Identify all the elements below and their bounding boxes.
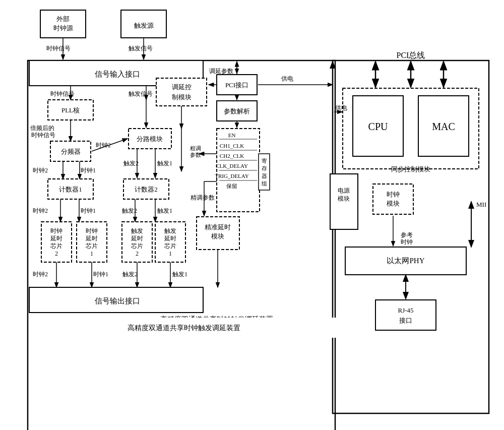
svg-text:计数器1: 计数器1 [59,186,82,193]
svg-text:组: 组 [262,180,267,187]
svg-text:TRIG_DELAY: TRIG_DELAY [215,173,248,179]
svg-text:模块: 模块 [387,200,400,207]
svg-text:时钟2: 时钟2 [96,142,111,149]
svg-text:电源: 电源 [338,187,350,194]
svg-text:信号输出接口: 信号输出接口 [95,297,140,305]
svg-text:供电: 供电 [335,104,347,111]
svg-text:供电: 供电 [281,75,293,82]
svg-text:触发信号: 触发信号 [129,90,153,97]
svg-text:时钟2: 时钟2 [33,207,48,214]
svg-text:触发2: 触发2 [123,160,139,167]
svg-text:粗调: 粗调 [190,145,201,151]
svg-text:1: 1 [169,250,172,257]
svg-text:MAC: MAC [432,121,455,132]
svg-text:芯片: 芯片 [131,242,143,250]
svg-text:MII: MII [476,201,486,208]
svg-text:延时: 延时 [85,235,98,242]
svg-text:时钟信号: 时钟信号 [46,45,71,52]
svg-text:触发1: 触发1 [157,207,172,214]
svg-text:延时: 延时 [164,235,176,242]
svg-rect-137 [373,184,413,214]
svg-text:以太网PHY: 以太网PHY [387,257,424,265]
svg-text:精调参数: 精调参数 [191,194,215,201]
diagram: PCI总线 外部 时钟源 触发源 时钟信号 触发信号 信号输入接口 时钟信号 触… [0,0,504,430]
svg-text:信号输入接口: 信号输入接口 [95,70,140,78]
svg-text:高精度双通道共享时钟触发调延装置: 高精度双通道共享时钟触发调延装置 [128,324,240,332]
svg-text:器: 器 [262,173,267,179]
svg-text:模块: 模块 [338,195,350,202]
svg-text:调延参数: 调延参数 [209,68,233,75]
svg-text:接口: 接口 [399,317,412,324]
svg-text:参考: 参考 [401,231,413,238]
svg-text:参数解析: 参数解析 [224,107,250,115]
svg-text:触发: 触发 [131,227,143,234]
svg-text:同步控制模块: 同步控制模块 [391,165,430,173]
svg-text:触发: 触发 [164,227,176,234]
svg-text:时钟: 时钟 [387,191,400,198]
svg-text:触发2: 触发2 [122,271,138,278]
svg-text:时钟2: 时钟2 [33,167,48,174]
svg-text:分路模块: 分路模块 [137,135,163,143]
svg-text:调延控: 调延控 [172,83,192,91]
svg-text:制模块: 制模块 [172,93,192,101]
svg-text:时钟1: 时钟1 [93,271,108,278]
svg-text:触发信号: 触发信号 [129,45,153,52]
svg-text:时钟信号: 时钟信号 [31,132,55,139]
svg-text:时钟: 时钟 [50,227,62,234]
svg-text:模块: 模块 [211,232,224,240]
pci-bus-label: PCI总线 [397,51,425,59]
svg-text:精准延时: 精准延时 [205,223,231,231]
svg-rect-150 [375,300,436,330]
svg-text:PLL核: PLL核 [61,106,80,114]
svg-rect-87 [217,129,260,212]
svg-text:芯片: 芯片 [85,242,98,250]
svg-text:触发源: 触发源 [134,22,154,29]
svg-text:触发1: 触发1 [157,160,172,167]
svg-text:延时: 延时 [131,235,143,242]
svg-text:时钟源: 时钟源 [53,24,73,32]
svg-text:CPU: CPU [368,121,388,132]
svg-text:2: 2 [55,250,58,257]
svg-text:1: 1 [90,250,93,257]
svg-text:2: 2 [136,250,139,257]
svg-text:触发2: 触发2 [122,207,137,214]
svg-text:CH2_CLK: CH2_CLK [220,153,244,159]
svg-text:芯片: 芯片 [164,242,176,250]
svg-text:延时: 延时 [50,235,62,242]
svg-text:时钟信号: 时钟信号 [50,90,75,97]
svg-text:分频器: 分频器 [61,148,81,155]
svg-text:保留: 保留 [226,183,237,189]
svg-text:触发1: 触发1 [172,271,187,278]
svg-text:时钟1: 时钟1 [81,207,96,214]
svg-text:EN: EN [228,132,236,138]
svg-text:时钟1: 时钟1 [81,167,96,174]
svg-text:时钟2: 时钟2 [33,271,48,278]
svg-text:时钟: 时钟 [86,227,98,234]
svg-text:RJ-45: RJ-45 [398,306,413,314]
svg-text:CH1_CLK: CH1_CLK [220,143,244,149]
svg-text:参数: 参数 [190,152,201,158]
svg-text:时钟: 时钟 [401,238,413,245]
svg-text:PCI接口: PCI接口 [225,81,248,89]
svg-text:倍频后的: 倍频后的 [30,125,54,132]
svg-text:寄: 寄 [262,158,267,164]
svg-text:外部: 外部 [56,15,70,23]
svg-rect-20 [156,78,207,106]
svg-text:芯片: 芯片 [50,242,62,250]
svg-text:存: 存 [262,165,267,171]
svg-text:CLK_DELAY: CLK_DELAY [216,163,248,169]
svg-text:计数器2: 计数器2 [135,186,158,193]
